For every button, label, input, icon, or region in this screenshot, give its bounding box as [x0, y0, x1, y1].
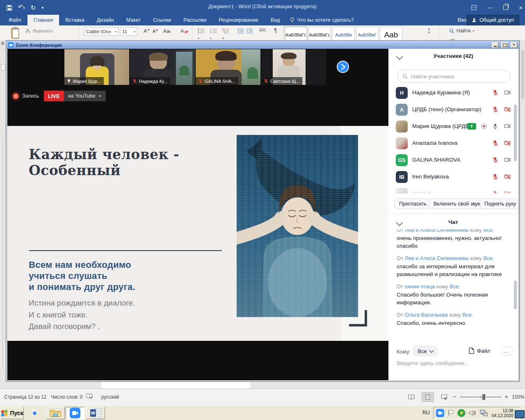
video-tile[interactable]: Светлана Щ... [261, 49, 326, 85]
participant-row[interactable]: Мария Щурова (ЦРДБ) [388, 118, 518, 135]
tell-me-box[interactable]: Что вы хотите сделать? [286, 15, 358, 25]
tray-antivirus-icon[interactable] [457, 409, 466, 417]
increase-indent-icon[interactable] [246, 28, 253, 34]
participant-avatar: GS [396, 154, 408, 166]
language-tray[interactable]: RU [422, 410, 430, 415]
cut-icon[interactable] [25, 28, 31, 33]
tray-clock[interactable]: 13:3804.12.2020 [492, 408, 514, 418]
page-indicator[interactable]: Страница 12 из 12 [4, 394, 46, 400]
decrease-indent-icon[interactable] [237, 28, 244, 34]
font-name-combo[interactable]: Calibri (Осн▾ [84, 27, 119, 36]
chat-message-input[interactable]: Введите здесь сообщение... [397, 360, 469, 366]
chat-message[interactable]: От Лев и Алиса Селеменевы кому Все:очень… [397, 229, 507, 250]
style-gallery-item[interactable]: АаБбВвГ [356, 27, 379, 40]
print-layout-icon[interactable] [422, 392, 434, 402]
invite-button[interactable]: Пригласить [395, 199, 431, 209]
gallery-scroll-icons[interactable]: ▲▼ [427, 27, 431, 34]
clear-formatting-icon[interactable]: A [180, 27, 189, 34]
word-tab[interactable]: Вставка [59, 15, 90, 25]
video-tile[interactable]: GALINA SHA... [196, 49, 260, 85]
word-tab[interactable]: Главная [27, 15, 59, 25]
explorer-taskbar-button[interactable] [46, 407, 65, 419]
zoom-slider[interactable] [460, 397, 501, 397]
video-tile[interactable]: Надежда Ку... [130, 49, 195, 85]
zoom-close-icon[interactable]: × [511, 42, 517, 48]
video-tile[interactable]: Мария Щур... [64, 49, 129, 85]
style-gallery-item[interactable]: АаБбВвГг, [285, 27, 307, 40]
shrink-font-icon[interactable]: А▼ [153, 29, 158, 34]
chat-recipient-dropdown[interactable]: Все [413, 346, 437, 356]
chat-message[interactable]: От Ольга Васильева кому Все:Спасибо, оче… [397, 311, 507, 327]
word-tab[interactable]: Файл [2, 15, 27, 25]
numbered-list-icon[interactable]: 123▾ [210, 28, 217, 40]
web-layout-icon[interactable] [438, 392, 450, 402]
participant-row[interactable]: ННадежда Куракина (Я) [388, 84, 518, 101]
tray-volume-icon[interactable] [469, 410, 476, 416]
word-count[interactable]: Число слов: 0 [51, 394, 82, 400]
pilcrow-icon[interactable]: ¶ [274, 27, 277, 34]
zoom-slider-thumb[interactable] [482, 394, 485, 400]
word-tab[interactable]: Ссылки [147, 15, 177, 25]
style-gallery-item[interactable]: АаБбВвГг, [308, 27, 331, 40]
word-tab[interactable]: Вид [265, 15, 286, 25]
start-button[interactable]: Пуск [1, 407, 24, 419]
close-icon[interactable]: × [519, 4, 523, 11]
chat-more-button[interactable]: ... [502, 347, 512, 356]
font-size-combo[interactable]: 11▾ [120, 27, 137, 36]
ribbon-display-options-icon[interactable] [471, 5, 477, 10]
mic-muted-icon [492, 89, 499, 96]
participant-row[interactable]: IBIren Belyakova [388, 169, 518, 185]
proofing-icon[interactable] [86, 393, 93, 399]
sort-icon[interactable]: АЯ↓ [259, 28, 267, 32]
word-tab[interactable]: Рассылки [177, 15, 212, 25]
zoom-taskbar-button[interactable] [66, 407, 84, 419]
style-gallery-item[interactable]: Aab [380, 27, 402, 40]
participant-search-input[interactable]: Найти участника [397, 70, 511, 83]
unmute-button[interactable]: Включить свой звук [429, 199, 485, 209]
tray-zoom-icon[interactable] [436, 409, 444, 417]
muted-mic-icon [132, 78, 137, 84]
multilevel-list-icon[interactable]: ▾ [222, 28, 230, 40]
tray-flag-icon[interactable] [447, 409, 454, 417]
zoom-titlebar[interactable]: Zoom Конференция × [7, 41, 519, 49]
zoom-maximize-icon[interactable] [501, 42, 508, 48]
tray-display-icon[interactable] [515, 410, 525, 418]
next-participants-button[interactable] [337, 61, 349, 73]
chat-message[interactable]: От Лев и Алиса Селеменевы кому Все:спаси… [397, 254, 507, 278]
participant-name: Maria B [412, 190, 431, 194]
mic-muted-icon [492, 106, 499, 113]
participant-row[interactable]: Maria B [388, 185, 518, 194]
change-case-icon[interactable]: Аа▾ [163, 28, 171, 34]
style-gallery-item[interactable]: АаБбВв [332, 27, 355, 40]
chat-scrollbar[interactable] [514, 281, 517, 309]
minimize-icon[interactable]: — [487, 5, 493, 11]
zoom-in-icon[interactable]: + [504, 393, 508, 400]
bullet-list-icon[interactable]: ▾ [198, 28, 205, 40]
word-tab[interactable]: Макет [120, 15, 147, 25]
youtube-stream-badge[interactable]: на YouTube ▼ [64, 91, 106, 101]
language-indicator[interactable]: русский [101, 394, 119, 400]
grow-font-icon[interactable]: А▲ [144, 28, 150, 34]
word-tab[interactable]: Дизайн [91, 15, 120, 25]
word-tab[interactable]: Рецензирование [212, 15, 265, 25]
find-button[interactable]: Найти▾ [449, 28, 474, 34]
tray-network-icon[interactable] [479, 409, 488, 417]
chat-file-button[interactable]: Файл [469, 347, 490, 354]
zoom-percent[interactable]: 100% [512, 394, 525, 400]
zoom-app-icon [70, 408, 80, 418]
paste-icon[interactable] [11, 27, 20, 39]
raise-hand-button[interactable]: Поднять руку [480, 199, 518, 209]
participant-row[interactable]: GSGALINA SHAROVA [388, 152, 518, 169]
share-button[interactable]: Общий доступ [466, 15, 519, 25]
read-mode-icon[interactable] [405, 392, 418, 402]
participant-row[interactable]: АЦРДБ (техн) (Организатор) [388, 101, 518, 118]
word-taskbar-button[interactable]: W [86, 407, 105, 419]
zoom-minimize-icon[interactable] [492, 42, 498, 48]
chat-message[interactable]: От синяя птица кому Все:Спасибо большое!… [397, 283, 507, 306]
zoom-out-icon[interactable]: − [453, 393, 457, 400]
cut-label[interactable]: Вырезать [33, 28, 53, 33]
participant-row[interactable]: Anastazia Ivanova [388, 135, 518, 152]
restore-icon[interactable] [503, 5, 508, 10]
participants-scrollbar[interactable] [514, 105, 517, 161]
word-scrollbar-thumb[interactable] [521, 50, 524, 99]
